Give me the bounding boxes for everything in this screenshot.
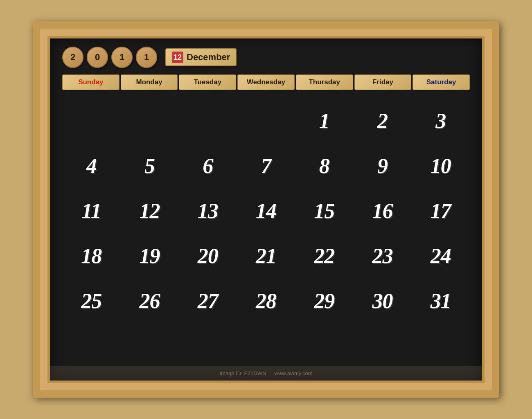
calendar-day-30: 30	[353, 278, 411, 323]
chalkboard: 2011 12 December SundayMondayTuesdayWedn…	[47, 36, 485, 383]
month-number: 12	[172, 52, 183, 63]
empty-day	[237, 98, 295, 143]
empty-day	[179, 98, 237, 143]
month-name: December	[187, 52, 230, 63]
day-header-monday: Monday	[121, 74, 178, 90]
calendar-day-31: 31	[412, 278, 470, 323]
calendar-day-26: 26	[120, 278, 178, 323]
calendar-day-6: 6	[179, 143, 237, 188]
empty-day	[179, 323, 237, 368]
day-header-tuesday: Tuesday	[179, 74, 236, 90]
empty-day	[353, 323, 411, 368]
year-token: 1	[111, 47, 133, 68]
year-tokens: 2011	[62, 47, 157, 68]
calendar-grid: 1234567891011121314151617181920212223242…	[62, 98, 470, 368]
calendar-day-22: 22	[295, 233, 353, 278]
image-id: Image ID: E21DWN	[219, 370, 266, 376]
calendar-day-20: 20	[179, 233, 237, 278]
calendar-day-5: 5	[120, 143, 178, 188]
outer-frame: 2011 12 December SundayMondayTuesdayWedn…	[33, 21, 499, 398]
site-name: www.alamy.com	[275, 370, 313, 376]
empty-day	[120, 98, 178, 143]
empty-day	[62, 98, 120, 143]
calendar-day-8: 8	[295, 143, 353, 188]
empty-day	[237, 323, 295, 368]
calendar-day-9: 9	[353, 143, 411, 188]
day-header-sunday: Sunday	[62, 74, 119, 90]
calendar-day-2: 2	[353, 98, 411, 143]
top-section: 2011 12 December	[62, 47, 470, 68]
calendar-day-25: 25	[62, 278, 120, 323]
calendar-day-24: 24	[412, 233, 470, 278]
watermark-bar: Image ID: E21DWN www.alamy.com	[50, 366, 482, 381]
day-headers: SundayMondayTuesdayWednesdayThursdayFrid…	[62, 74, 470, 90]
year-token: 1	[136, 47, 157, 68]
calendar-day-17: 17	[412, 188, 470, 233]
calendar-day-23: 23	[353, 233, 411, 278]
calendar-day-14: 14	[237, 188, 295, 233]
empty-day	[62, 323, 120, 368]
empty-day	[120, 323, 178, 368]
calendar-day-13: 13	[179, 188, 237, 233]
year-token: 2	[62, 47, 83, 68]
calendar-day-1: 1	[295, 98, 353, 143]
empty-day	[295, 323, 353, 368]
calendar-day-3: 3	[412, 98, 470, 143]
empty-day	[412, 323, 470, 368]
day-header-friday: Friday	[354, 74, 412, 90]
calendar-day-19: 19	[120, 233, 178, 278]
month-block: 12 December	[165, 48, 237, 66]
calendar-day-29: 29	[295, 278, 353, 323]
calendar-day-11: 11	[62, 188, 120, 233]
calendar-day-28: 28	[237, 278, 295, 323]
calendar-day-16: 16	[353, 188, 411, 233]
calendar-day-18: 18	[62, 233, 120, 278]
day-header-thursday: Thursday	[296, 74, 353, 90]
calendar-day-15: 15	[295, 188, 353, 233]
year-token: 0	[87, 47, 108, 68]
calendar-day-21: 21	[237, 233, 295, 278]
calendar-day-7: 7	[237, 143, 295, 188]
day-header-saturday: Saturday	[413, 74, 470, 90]
calendar-day-10: 10	[412, 143, 470, 188]
calendar-day-12: 12	[120, 188, 178, 233]
calendar-day-4: 4	[62, 143, 120, 188]
calendar-day-27: 27	[179, 278, 237, 323]
day-header-wednesday: Wednesday	[237, 74, 295, 90]
